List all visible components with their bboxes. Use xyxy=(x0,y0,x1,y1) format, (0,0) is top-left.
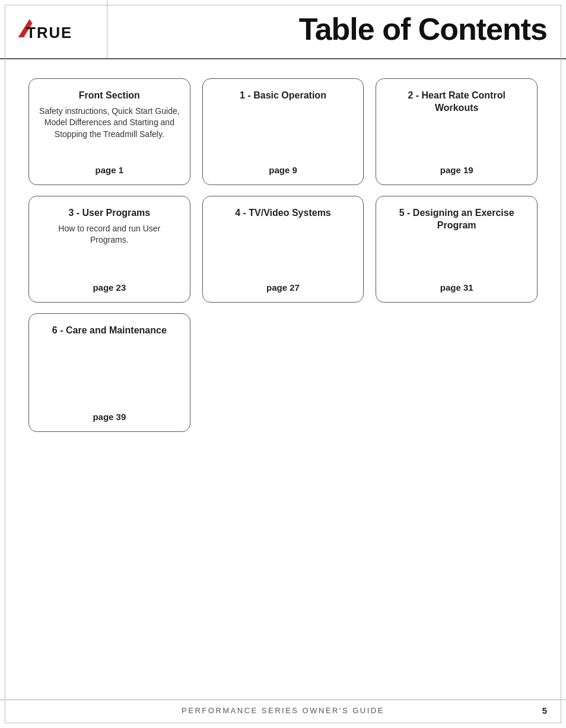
page-border xyxy=(5,5,561,723)
